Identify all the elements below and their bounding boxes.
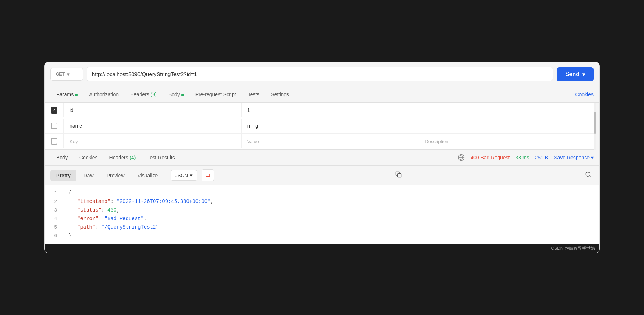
- watermark: CSDN @编程界明世隐: [45, 244, 599, 253]
- path-val[interactable]: "/QueryStringTest2": [101, 224, 159, 230]
- checkbox-id[interactable]: ✓: [45, 103, 63, 118]
- checkbox-icon: [51, 138, 57, 145]
- param-desc-name[interactable]: [419, 121, 596, 130]
- response-status-area: 400 Bad Request 38 ms 251 B Save Respons…: [458, 154, 594, 161]
- res-tab-cookies[interactable]: Cookies: [74, 150, 103, 165]
- line-content-2: "timestamp": "2022-11-26T07:09:45.380+00…: [63, 198, 599, 206]
- res-tab-body-label: Body: [56, 155, 68, 160]
- tab-body-label: Body: [168, 92, 180, 97]
- line-num-2: 2: [45, 198, 63, 206]
- line-num-3: 3: [45, 207, 63, 214]
- tab-params[interactable]: Params: [50, 86, 83, 102]
- send-chevron-icon: ▾: [582, 71, 585, 77]
- table-row-placeholder: Key Value Description: [45, 134, 596, 149]
- response-status-text: 400 Bad Request: [471, 155, 510, 160]
- save-response-chevron-icon: ▾: [591, 155, 594, 160]
- tab-headers[interactable]: Headers (8): [124, 86, 163, 102]
- checkbox-icon[interactable]: [51, 123, 57, 129]
- line-content-6: }: [63, 232, 599, 240]
- svg-point-3: [586, 172, 590, 176]
- line-content-4: "error": "Bad Request",: [63, 215, 599, 223]
- tab-authorization-label: Authorization: [89, 92, 119, 97]
- params-section: ✓ id 1 name ming Key Valu: [45, 103, 599, 150]
- cookies-link[interactable]: Cookies: [575, 92, 594, 97]
- copy-button[interactable]: [393, 170, 404, 181]
- res-tab-test-results-label: Test Results: [147, 155, 175, 160]
- body-dot: [181, 94, 184, 96]
- param-val-placeholder[interactable]: Value: [241, 134, 419, 148]
- save-response-button[interactable]: Save Response ▾: [554, 155, 594, 160]
- tab-body[interactable]: Body: [163, 86, 190, 102]
- method-label: GET: [56, 72, 65, 77]
- method-chevron-icon: ▾: [67, 72, 69, 77]
- line-num-1: 1: [45, 189, 63, 197]
- save-response-label: Save Response: [554, 155, 590, 160]
- tab-settings-label: Settings: [271, 92, 289, 97]
- line-content-5: "path": "/QueryStringTest2": [63, 223, 599, 232]
- params-dot: [75, 94, 78, 96]
- params-table: ✓ id 1 name ming Key Valu: [45, 103, 596, 150]
- param-key-placeholder[interactable]: Key: [63, 134, 241, 148]
- url-bar: GET ▾ http://localhost:8090/QueryStringT…: [45, 62, 599, 86]
- checkbox-placeholder[interactable]: [45, 134, 63, 149]
- search-button[interactable]: [583, 170, 594, 181]
- res-tab-cookies-label: Cookies: [79, 155, 98, 160]
- json-format-dropdown[interactable]: JSON ▾: [171, 170, 197, 181]
- line-num-6: 6: [45, 232, 63, 240]
- format-tab-preview[interactable]: Preview: [101, 170, 131, 181]
- param-val-name[interactable]: ming: [241, 119, 419, 133]
- tab-headers-label: Headers: [130, 92, 151, 97]
- json-format-label: JSON: [175, 173, 188, 178]
- json-code-block: 1 { 2 "timestamp": "2022-11-26T07:09:45.…: [45, 185, 599, 244]
- headers-count: (8): [151, 92, 157, 97]
- tab-tests[interactable]: Tests: [242, 86, 265, 102]
- json-dropdown-chevron-icon: ▾: [190, 173, 193, 178]
- tab-params-label: Params: [56, 92, 74, 97]
- param-key-name[interactable]: name: [63, 119, 241, 133]
- params-scrollbar[interactable]: [594, 103, 596, 150]
- table-row: name ming: [45, 118, 596, 134]
- format-tab-pretty[interactable]: Pretty: [50, 170, 76, 181]
- format-pretty-label: Pretty: [56, 173, 71, 178]
- tab-authorization[interactable]: Authorization: [83, 86, 124, 102]
- method-select[interactable]: GET ▾: [50, 68, 83, 81]
- tab-tests-label: Tests: [248, 92, 260, 97]
- response-size: 251 B: [535, 155, 548, 160]
- param-desc-id[interactable]: [419, 106, 596, 115]
- res-tab-body[interactable]: Body: [50, 150, 74, 165]
- tab-prerequest-label: Pre-request Script: [195, 92, 236, 97]
- code-line-5: 5 "path": "/QueryStringTest2": [45, 223, 599, 232]
- param-desc-placeholder[interactable]: Description: [419, 134, 596, 148]
- line-content-1: {: [63, 189, 599, 198]
- format-tab-visualize[interactable]: Visualize: [132, 170, 164, 181]
- format-visualize-label: Visualize: [138, 173, 158, 178]
- code-line-4: 4 "error": "Bad Request",: [45, 215, 599, 223]
- error-key: "error": [77, 216, 98, 222]
- res-tab-test-results[interactable]: Test Results: [141, 150, 180, 165]
- checkbox-icon[interactable]: ✓: [51, 107, 57, 114]
- res-headers-count: (4): [129, 155, 136, 160]
- line-num-4: 4: [45, 215, 63, 223]
- param-val-id[interactable]: 1: [241, 103, 419, 117]
- checkbox-name[interactable]: [45, 118, 63, 133]
- param-key-id[interactable]: id: [63, 103, 241, 117]
- wrap-icon: ⇄: [206, 172, 210, 179]
- res-tab-headers[interactable]: Headers (4): [103, 150, 142, 165]
- error-val: "Bad Request": [105, 216, 144, 222]
- search-icon: [585, 171, 591, 178]
- send-button[interactable]: Send ▾: [557, 67, 594, 81]
- line-num-5: 5: [45, 223, 63, 231]
- timestamp-val: "2022-11-26T07:09:45.380+00:00": [116, 199, 210, 204]
- params-scrollbar-thumb[interactable]: [594, 112, 596, 134]
- url-input[interactable]: http://localhost:8090/QueryStringTest2?i…: [87, 67, 553, 81]
- path-key: "path": [77, 224, 95, 230]
- tab-prerequest[interactable]: Pre-request Script: [190, 86, 242, 102]
- res-tab-headers-label: Headers: [109, 155, 130, 160]
- tab-settings[interactable]: Settings: [265, 86, 295, 102]
- response-tabs-bar: Body Cookies Headers (4) Test Results 40…: [45, 150, 599, 166]
- wrap-button[interactable]: ⇄: [202, 169, 214, 181]
- format-tab-raw[interactable]: Raw: [78, 170, 100, 181]
- send-label: Send: [565, 71, 579, 77]
- code-line-3: 3 "status": 400,: [45, 206, 599, 215]
- svg-line-4: [589, 176, 590, 177]
